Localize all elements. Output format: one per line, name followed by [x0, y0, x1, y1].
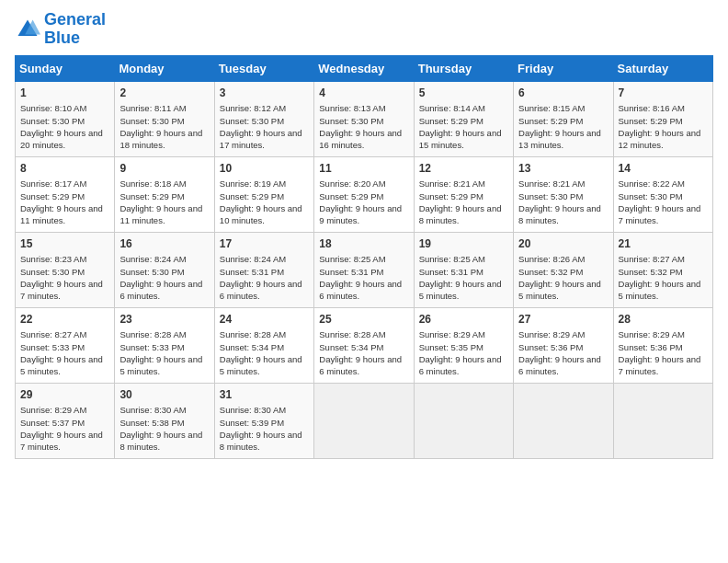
sunset: Sunset: 5:33 PM	[119, 342, 184, 352]
day-number: 3	[220, 86, 309, 101]
week-row-2: 8Sunrise: 8:17 AMSunset: 5:29 PMDaylight…	[16, 156, 713, 232]
calendar-cell: 25Sunrise: 8:28 AMSunset: 5:34 PMDayligh…	[314, 307, 414, 383]
calendar-cell: 24Sunrise: 8:28 AMSunset: 5:34 PMDayligh…	[214, 307, 313, 383]
daylight: Daylight: 9 hours and 11 minutes.	[119, 203, 202, 225]
week-row-4: 22Sunrise: 8:27 AMSunset: 5:33 PMDayligh…	[16, 307, 713, 383]
sunset: Sunset: 5:30 PM	[20, 267, 85, 277]
daylight: Daylight: 9 hours and 18 minutes.	[119, 128, 202, 150]
calendar-cell: 10Sunrise: 8:19 AMSunset: 5:29 PMDayligh…	[214, 156, 313, 232]
calendar-cell: 16Sunrise: 8:24 AMSunset: 5:30 PMDayligh…	[115, 232, 214, 307]
day-number: 31	[220, 387, 309, 403]
sunrise: Sunrise: 8:25 AM	[319, 254, 385, 264]
day-number: 1	[20, 86, 109, 101]
sunset: Sunset: 5:34 PM	[220, 342, 284, 352]
day-number: 30	[119, 387, 209, 403]
sunrise: Sunrise: 8:21 AM	[518, 178, 585, 189]
sunrise: Sunrise: 8:10 AM	[20, 103, 86, 113]
day-number: 28	[619, 312, 708, 327]
daylight: Daylight: 9 hours and 17 minutes.	[220, 128, 302, 150]
sunset: Sunset: 5:30 PM	[518, 191, 583, 201]
sunset: Sunset: 5:38 PM	[119, 418, 184, 428]
calendar-cell: 26Sunrise: 8:29 AMSunset: 5:35 PMDayligh…	[414, 307, 513, 383]
daylight: Daylight: 9 hours and 8 minutes.	[419, 203, 502, 225]
calendar-cell: 1Sunrise: 8:10 AMSunset: 5:30 PMDaylight…	[16, 81, 115, 156]
sunrise: Sunrise: 8:29 AM	[619, 329, 685, 339]
sunset: Sunset: 5:30 PM	[119, 116, 184, 126]
day-number: 4	[319, 86, 408, 101]
daylight: Daylight: 9 hours and 6 minutes.	[419, 354, 502, 376]
calendar-cell: 2Sunrise: 8:11 AMSunset: 5:30 PMDaylight…	[115, 81, 214, 156]
sunrise: Sunrise: 8:18 AM	[119, 178, 186, 189]
calendar-cell: 21Sunrise: 8:27 AMSunset: 5:32 PMDayligh…	[613, 232, 712, 307]
daylight: Daylight: 9 hours and 16 minutes.	[319, 128, 402, 150]
daylight: Daylight: 9 hours and 5 minutes.	[119, 354, 202, 376]
day-number: 13	[518, 161, 608, 177]
sunrise: Sunrise: 8:22 AM	[619, 178, 685, 189]
sunrise: Sunrise: 8:24 AM	[220, 254, 286, 264]
calendar-cell: 4Sunrise: 8:13 AMSunset: 5:30 PMDaylight…	[314, 81, 414, 156]
sunset: Sunset: 5:29 PM	[419, 191, 483, 201]
calendar-cell: 31Sunrise: 8:30 AMSunset: 5:39 PMDayligh…	[214, 383, 313, 458]
day-number: 26	[419, 312, 508, 327]
calendar-cell: 7Sunrise: 8:16 AMSunset: 5:29 PMDaylight…	[613, 81, 712, 156]
daylight: Daylight: 9 hours and 6 minutes.	[319, 354, 402, 376]
sunrise: Sunrise: 8:17 AM	[20, 178, 86, 189]
day-number: 19	[419, 236, 508, 252]
calendar-cell: 6Sunrise: 8:15 AMSunset: 5:29 PMDaylight…	[514, 81, 613, 156]
day-header-friday: Friday	[514, 55, 613, 81]
sunset: Sunset: 5:30 PM	[20, 116, 85, 126]
daylight: Daylight: 9 hours and 8 minutes.	[518, 203, 601, 225]
sunrise: Sunrise: 8:28 AM	[220, 329, 286, 339]
daylight: Daylight: 9 hours and 7 minutes.	[20, 279, 103, 301]
day-number: 18	[319, 236, 408, 252]
sunrise: Sunrise: 8:14 AM	[419, 103, 485, 113]
daylight: Daylight: 9 hours and 20 minutes.	[20, 128, 103, 150]
sunrise: Sunrise: 8:20 AM	[319, 178, 385, 189]
week-row-3: 15Sunrise: 8:23 AMSunset: 5:30 PMDayligh…	[16, 232, 713, 307]
daylight: Daylight: 9 hours and 8 minutes.	[119, 430, 202, 452]
calendar-cell: 8Sunrise: 8:17 AMSunset: 5:29 PMDaylight…	[16, 156, 115, 232]
sunset: Sunset: 5:31 PM	[419, 267, 483, 277]
sunset: Sunset: 5:33 PM	[20, 342, 85, 352]
day-number: 23	[119, 312, 209, 327]
day-number: 27	[518, 312, 608, 327]
daylight: Daylight: 9 hours and 8 minutes.	[220, 430, 302, 452]
sunset: Sunset: 5:31 PM	[220, 267, 284, 277]
sunrise: Sunrise: 8:15 AM	[518, 103, 585, 113]
day-number: 15	[20, 236, 109, 252]
sunrise: Sunrise: 8:29 AM	[419, 329, 485, 339]
calendar-cell: 20Sunrise: 8:26 AMSunset: 5:32 PMDayligh…	[514, 232, 613, 307]
sunset: Sunset: 5:31 PM	[319, 267, 383, 277]
calendar-cell: 30Sunrise: 8:30 AMSunset: 5:38 PMDayligh…	[115, 383, 214, 458]
day-number: 5	[419, 86, 508, 101]
calendar-cell: 15Sunrise: 8:23 AMSunset: 5:30 PMDayligh…	[16, 232, 115, 307]
calendar-cell: 19Sunrise: 8:25 AMSunset: 5:31 PMDayligh…	[414, 232, 513, 307]
daylight: Daylight: 9 hours and 5 minutes.	[220, 354, 302, 376]
calendar-cell: 27Sunrise: 8:29 AMSunset: 5:36 PMDayligh…	[514, 307, 613, 383]
day-number: 16	[119, 236, 209, 252]
sunrise: Sunrise: 8:28 AM	[319, 329, 385, 339]
daylight: Daylight: 9 hours and 6 minutes.	[119, 279, 202, 301]
sunset: Sunset: 5:39 PM	[220, 418, 284, 428]
daylight: Daylight: 9 hours and 5 minutes.	[419, 279, 502, 301]
calendar-cell	[514, 383, 613, 458]
day-header-tuesday: Tuesday	[214, 55, 313, 81]
logo-icon	[15, 17, 40, 42]
logo: General Blue	[15, 11, 106, 48]
sunrise: Sunrise: 8:19 AM	[220, 178, 286, 189]
sunset: Sunset: 5:32 PM	[518, 267, 583, 277]
daylight: Daylight: 9 hours and 15 minutes.	[419, 128, 502, 150]
sunrise: Sunrise: 8:28 AM	[119, 329, 186, 339]
day-header-saturday: Saturday	[613, 55, 712, 81]
sunset: Sunset: 5:30 PM	[319, 116, 383, 126]
calendar-cell: 9Sunrise: 8:18 AMSunset: 5:29 PMDaylight…	[115, 156, 214, 232]
sunset: Sunset: 5:37 PM	[20, 418, 85, 428]
sunrise: Sunrise: 8:11 AM	[119, 103, 186, 113]
calendar-cell: 14Sunrise: 8:22 AMSunset: 5:30 PMDayligh…	[613, 156, 712, 232]
day-number: 12	[419, 161, 508, 177]
day-header-monday: Monday	[115, 55, 214, 81]
sunrise: Sunrise: 8:25 AM	[419, 254, 485, 264]
daylight: Daylight: 9 hours and 7 minutes.	[20, 430, 103, 452]
sunset: Sunset: 5:30 PM	[220, 116, 284, 126]
sunrise: Sunrise: 8:21 AM	[419, 178, 485, 189]
